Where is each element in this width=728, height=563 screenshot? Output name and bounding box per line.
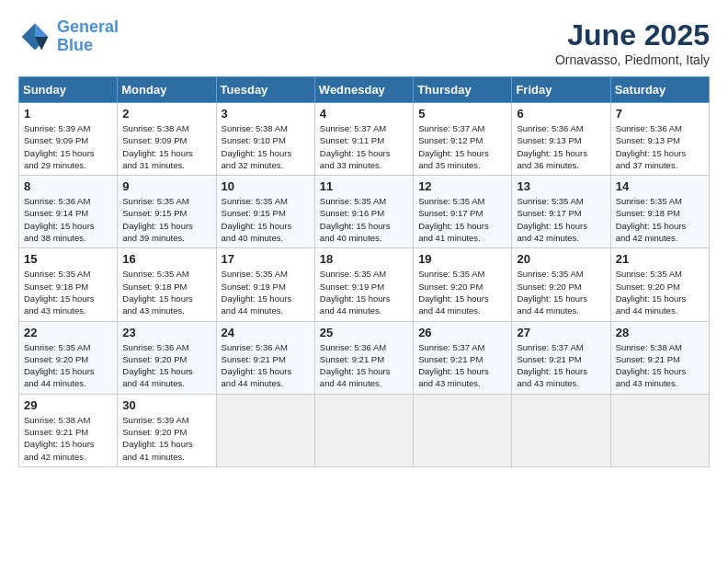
day-info: Sunrise: 5:35 AM Sunset: 9:16 PM Dayligh… [320,195,408,244]
day-number: 25 [320,326,408,339]
day-info: Sunrise: 5:36 AM Sunset: 9:14 PM Dayligh… [24,195,112,244]
day-number: 23 [122,326,210,339]
day-info: Sunrise: 5:35 AM Sunset: 9:15 PM Dayligh… [122,195,210,244]
day-number: 2 [122,107,210,121]
logo: General Blue [18,18,119,55]
calendar-cell: 16Sunrise: 5:35 AM Sunset: 9:18 PM Dayli… [118,248,216,321]
calendar-cell: 23Sunrise: 5:36 AM Sunset: 9:20 PM Dayli… [118,321,216,394]
day-number: 6 [517,107,605,121]
calendar-cell: 24Sunrise: 5:36 AM Sunset: 9:21 PM Dayli… [216,321,314,394]
day-number: 19 [418,252,506,266]
calendar-week-row: 1Sunrise: 5:39 AM Sunset: 9:09 PM Daylig… [19,103,710,176]
calendar-cell: 1Sunrise: 5:39 AM Sunset: 9:09 PM Daylig… [19,103,118,176]
day-number: 26 [418,326,506,339]
calendar-header-sunday: Sunday [19,77,118,103]
calendar-cell: 21Sunrise: 5:35 AM Sunset: 9:20 PM Dayli… [610,248,709,321]
day-number: 9 [122,179,210,193]
day-info: Sunrise: 5:35 AM Sunset: 9:19 PM Dayligh… [320,268,408,316]
calendar-cell: 30Sunrise: 5:39 AM Sunset: 9:20 PM Dayli… [118,394,216,466]
day-info: Sunrise: 5:38 AM Sunset: 9:10 PM Dayligh… [222,122,310,171]
day-number: 18 [320,252,408,266]
calendar-cell: 14Sunrise: 5:35 AM Sunset: 9:18 PM Dayli… [610,176,709,248]
month-title: June 2025 [555,18,710,52]
calendar-cell: 27Sunrise: 5:37 AM Sunset: 9:21 PM Dayli… [512,321,610,394]
day-number: 13 [517,179,605,193]
logo-line1: General [57,17,119,36]
day-number: 14 [616,179,704,193]
calendar-cell: 5Sunrise: 5:37 AM Sunset: 9:12 PM Daylig… [414,103,512,176]
calendar-cell: 19Sunrise: 5:35 AM Sunset: 9:20 PM Dayli… [414,248,512,321]
day-number: 22 [24,326,112,339]
calendar-cell: 15Sunrise: 5:35 AM Sunset: 9:18 PM Dayli… [19,248,118,321]
calendar-cell: 17Sunrise: 5:35 AM Sunset: 9:19 PM Dayli… [216,248,314,321]
day-number: 11 [320,179,408,193]
day-info: Sunrise: 5:38 AM Sunset: 9:09 PM Dayligh… [122,122,210,171]
day-info: Sunrise: 5:35 AM Sunset: 9:17 PM Dayligh… [517,195,605,244]
day-info: Sunrise: 5:36 AM Sunset: 9:13 PM Dayligh… [517,122,605,171]
calendar-week-row: 29Sunrise: 5:38 AM Sunset: 9:21 PM Dayli… [19,394,710,466]
day-number: 1 [24,107,112,121]
calendar-header-thursday: Thursday [414,77,512,103]
day-info: Sunrise: 5:35 AM Sunset: 9:18 PM Dayligh… [24,268,112,316]
day-number: 29 [24,398,112,412]
day-number: 24 [222,326,310,339]
calendar-cell: 26Sunrise: 5:37 AM Sunset: 9:21 PM Dayli… [414,321,512,394]
calendar-cell: 3Sunrise: 5:38 AM Sunset: 9:10 PM Daylig… [216,103,314,176]
day-info: Sunrise: 5:36 AM Sunset: 9:13 PM Dayligh… [616,122,704,171]
day-info: Sunrise: 5:38 AM Sunset: 9:21 PM Dayligh… [616,341,704,390]
day-number: 20 [517,252,605,266]
calendar-cell: 20Sunrise: 5:35 AM Sunset: 9:20 PM Dayli… [512,248,610,321]
day-info: Sunrise: 5:35 AM Sunset: 9:20 PM Dayligh… [418,268,506,316]
day-info: Sunrise: 5:38 AM Sunset: 9:21 PM Dayligh… [24,414,112,463]
calendar-cell: 8Sunrise: 5:36 AM Sunset: 9:14 PM Daylig… [19,176,118,248]
calendar-week-row: 8Sunrise: 5:36 AM Sunset: 9:14 PM Daylig… [19,176,710,248]
calendar-cell: 29Sunrise: 5:38 AM Sunset: 9:21 PM Dayli… [19,394,118,466]
day-info: Sunrise: 5:35 AM Sunset: 9:18 PM Dayligh… [122,268,210,316]
calendar-cell: 22Sunrise: 5:35 AM Sunset: 9:20 PM Dayli… [19,321,118,394]
calendar-cell: 2Sunrise: 5:38 AM Sunset: 9:09 PM Daylig… [118,103,216,176]
day-info: Sunrise: 5:37 AM Sunset: 9:21 PM Dayligh… [517,341,605,390]
calendar-cell [610,394,709,466]
calendar-cell: 6Sunrise: 5:36 AM Sunset: 9:13 PM Daylig… [512,103,610,176]
calendar-cell: 9Sunrise: 5:35 AM Sunset: 9:15 PM Daylig… [118,176,216,248]
calendar-week-row: 15Sunrise: 5:35 AM Sunset: 9:18 PM Dayli… [19,248,710,321]
day-number: 10 [222,179,310,193]
day-info: Sunrise: 5:37 AM Sunset: 9:21 PM Dayligh… [418,341,506,390]
day-info: Sunrise: 5:35 AM Sunset: 9:20 PM Dayligh… [24,341,112,390]
calendar-header-wednesday: Wednesday [314,77,413,103]
day-number: 7 [616,107,704,121]
day-number: 12 [418,179,506,193]
title-block: June 2025 Ornavasso, Piedmont, Italy [555,18,710,67]
day-info: Sunrise: 5:35 AM Sunset: 9:17 PM Dayligh… [418,195,506,244]
calendar-cell [512,394,610,466]
svg-marker-1 [35,23,48,36]
day-info: Sunrise: 5:36 AM Sunset: 9:21 PM Dayligh… [320,341,408,390]
calendar-cell: 10Sunrise: 5:35 AM Sunset: 9:15 PM Dayli… [216,176,314,248]
calendar-header-row: SundayMondayTuesdayWednesdayThursdayFrid… [19,77,710,103]
day-info: Sunrise: 5:37 AM Sunset: 9:11 PM Dayligh… [320,122,408,171]
calendar-week-row: 22Sunrise: 5:35 AM Sunset: 9:20 PM Dayli… [19,321,710,394]
day-info: Sunrise: 5:35 AM Sunset: 9:15 PM Dayligh… [222,195,310,244]
day-number: 27 [517,326,605,339]
day-info: Sunrise: 5:36 AM Sunset: 9:20 PM Dayligh… [122,341,210,390]
day-number: 3 [222,107,310,121]
calendar-cell: 13Sunrise: 5:35 AM Sunset: 9:17 PM Dayli… [512,176,610,248]
day-number: 21 [616,252,704,266]
day-number: 17 [222,252,310,266]
day-info: Sunrise: 5:39 AM Sunset: 9:09 PM Dayligh… [24,122,112,171]
logo-icon [18,20,51,53]
day-number: 5 [418,107,506,121]
calendar-header-friday: Friday [512,77,610,103]
calendar-header-monday: Monday [118,77,216,103]
day-info: Sunrise: 5:35 AM Sunset: 9:19 PM Dayligh… [222,268,310,316]
day-info: Sunrise: 5:37 AM Sunset: 9:12 PM Dayligh… [418,122,506,171]
day-info: Sunrise: 5:36 AM Sunset: 9:21 PM Dayligh… [222,341,310,390]
logo-line2: Blue [57,36,93,54]
calendar-cell [216,394,314,466]
calendar-header-saturday: Saturday [610,77,709,103]
calendar-header-tuesday: Tuesday [216,77,314,103]
day-number: 30 [122,398,210,412]
calendar-cell: 4Sunrise: 5:37 AM Sunset: 9:11 PM Daylig… [314,103,413,176]
calendar-cell: 18Sunrise: 5:35 AM Sunset: 9:19 PM Dayli… [314,248,413,321]
day-number: 8 [24,179,112,193]
